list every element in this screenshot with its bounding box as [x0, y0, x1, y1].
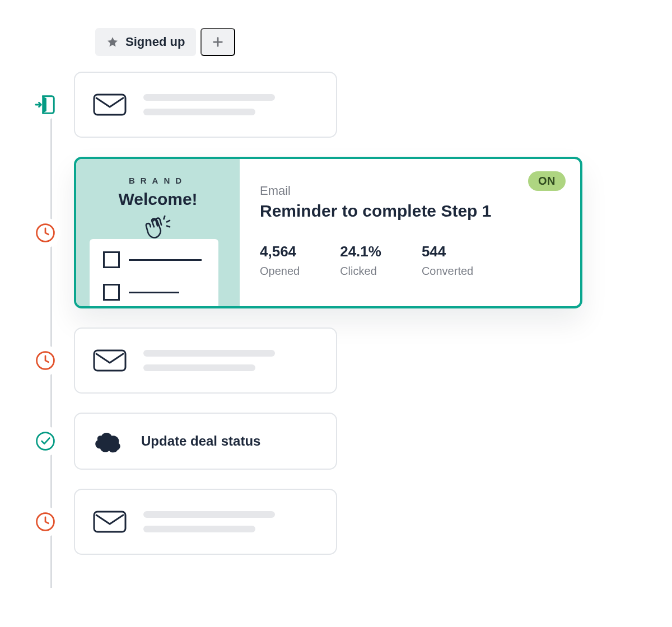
preview-checklist	[90, 239, 218, 306]
success-node	[34, 429, 57, 453]
email-step-card[interactable]	[74, 72, 337, 138]
step-title: Reminder to complete Step 1	[260, 202, 560, 221]
svg-point-0	[47, 104, 49, 106]
svg-rect-1	[94, 95, 125, 115]
envelope-icon	[92, 91, 128, 118]
clock-icon	[34, 511, 57, 533]
add-segment-button[interactable]	[200, 28, 235, 56]
email-step-card[interactable]	[74, 489, 337, 555]
svg-rect-4	[94, 350, 125, 371]
check-circle-icon	[34, 430, 57, 452]
step-type-label: Email	[260, 184, 560, 198]
stat-opened: 4,564Opened	[260, 243, 300, 278]
timeline-step-selected: BRAND Welcome! ON Email	[34, 157, 638, 308]
delay-node	[34, 221, 57, 245]
action-step-card[interactable]: Update deal status	[74, 413, 337, 470]
preview-brand: BRAND	[90, 176, 226, 185]
timeline-step-action: Update deal status	[34, 413, 638, 470]
stat-converted: 544Converted	[422, 243, 473, 278]
entry-node	[34, 93, 57, 116]
segment-chip-signed-up[interactable]: Signed up	[95, 28, 196, 56]
svg-point-5	[37, 433, 54, 450]
timeline-step-email	[34, 327, 638, 394]
salesforce-cloud-icon	[92, 424, 125, 458]
clock-icon	[34, 222, 57, 244]
email-step-card[interactable]	[74, 327, 337, 394]
timeline-step-entry	[34, 72, 638, 138]
wave-hand-icon	[142, 212, 174, 244]
email-step-card-selected[interactable]: BRAND Welcome! ON Email	[74, 157, 582, 308]
action-step-label: Update deal status	[141, 433, 260, 449]
placeholder-lines	[143, 94, 275, 115]
svg-rect-7	[94, 512, 125, 532]
delay-node	[34, 349, 57, 372]
stat-clicked: 24.1%Clicked	[340, 243, 381, 278]
placeholder-lines	[143, 350, 275, 371]
timeline-step-email	[34, 489, 638, 555]
envelope-icon	[92, 508, 128, 535]
status-badge: ON	[528, 171, 566, 191]
timeline: BRAND Welcome! ON Email	[34, 72, 638, 555]
star-icon	[106, 36, 119, 48]
email-preview: BRAND Welcome!	[76, 159, 240, 306]
segment-chip-label: Signed up	[125, 35, 185, 49]
envelope-icon	[92, 347, 128, 374]
plus-icon	[212, 36, 224, 48]
segment-chips: Signed up	[95, 28, 638, 56]
step-stats: 4,564Opened 24.1%Clicked 544Converted	[260, 243, 560, 278]
delay-node	[34, 510, 57, 534]
email-meta: ON Email Reminder to complete Step 1 4,5…	[240, 159, 580, 306]
clock-icon	[34, 349, 57, 372]
preview-headline: Welcome!	[118, 190, 197, 209]
entry-door-icon	[34, 92, 57, 117]
placeholder-lines	[143, 511, 275, 532]
